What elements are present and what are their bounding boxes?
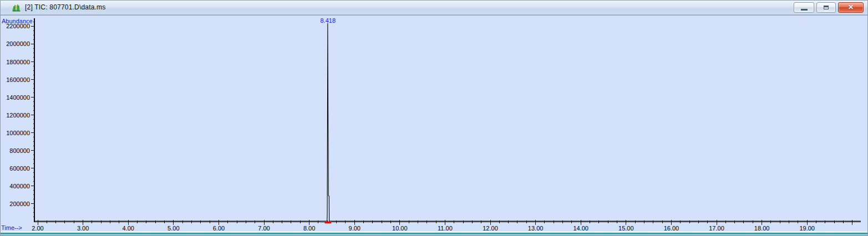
minimize-icon [801, 9, 808, 11]
y-tick-label: 1800000 [6, 59, 30, 65]
y-tick-label: 1000000 [6, 130, 30, 136]
y-tick-label: 600000 [9, 165, 30, 172]
window-controls: ✕ [794, 2, 864, 13]
chart-area[interactable]: AbundanceTime-->200000400000600000800000… [1, 15, 867, 232]
restore-icon [824, 6, 829, 9]
x-tick-label: 9.00 [349, 225, 361, 232]
restore-button[interactable] [816, 2, 836, 13]
y-tick-label: 2200000 [6, 23, 30, 29]
x-tick-label: 16.00 [664, 225, 679, 232]
workspace-edge [1, 232, 867, 236]
y-tick-label: 2000000 [6, 40, 30, 47]
x-tick-label: 5.00 [167, 225, 179, 232]
tic-chromatogram-plot[interactable]: AbundanceTime-->200000400000600000800000… [1, 16, 867, 232]
x-tick-label: 13.00 [528, 225, 544, 232]
tic-chromatogram-window: [2] TIC: 807701.D\data.ms ✕ AbundanceTim… [0, 0, 868, 236]
x-tick-label: 19.00 [799, 225, 815, 232]
close-icon: ✕ [848, 3, 854, 12]
x-tick-label: 17.00 [709, 225, 724, 232]
y-tick-label: 1200000 [6, 112, 30, 119]
y-tick-label: 800000 [9, 147, 30, 154]
integration-marker [324, 222, 331, 224]
peak-label: 8.418 [320, 17, 336, 24]
minimize-button[interactable] [794, 2, 814, 13]
x-tick-label: 12.00 [483, 225, 498, 232]
chromatogram-peaks-icon [12, 3, 22, 12]
y-tick-label: 200000 [9, 201, 30, 207]
x-tick-label: 2.00 [32, 225, 43, 232]
title-bar[interactable]: [2] TIC: 807701.D\data.ms ✕ [1, 1, 867, 15]
y-tick-label: 1400000 [6, 94, 30, 101]
x-axis-title: Time--> [1, 224, 22, 231]
x-tick-label: 11.00 [438, 225, 453, 232]
x-tick-label: 14.00 [573, 225, 588, 232]
tic-trace [34, 23, 861, 221]
x-tick-label: 3.00 [77, 225, 89, 232]
x-tick-label: 6.00 [213, 225, 225, 232]
x-tick-label: 4.00 [123, 225, 134, 232]
window-title: [2] TIC: 807701.D\data.ms [25, 3, 106, 11]
close-button[interactable]: ✕ [838, 2, 864, 13]
x-tick-label: 8.00 [303, 225, 315, 232]
x-tick-label: 7.00 [258, 225, 270, 232]
x-tick-label: 18.00 [754, 225, 770, 232]
y-tick-label: 400000 [9, 183, 30, 189]
y-tick-label: 1600000 [6, 76, 30, 83]
x-tick-label: 15.00 [618, 225, 634, 232]
x-tick-label: 10.00 [392, 225, 408, 232]
